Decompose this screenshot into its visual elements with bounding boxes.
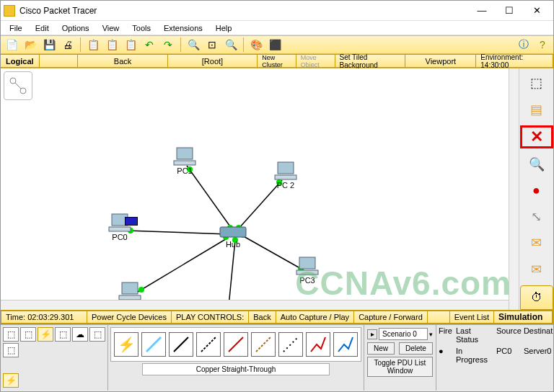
svg-line-39	[283, 337, 298, 352]
complex-pdu-icon[interactable]: ✉	[526, 259, 548, 280]
environment-label[interactable]: Environment: 14:30:00	[475, 54, 553, 68]
pdu-row[interactable]: ● In Progress PC0 Server0 ICMP	[436, 345, 554, 365]
auto-capture-button[interactable]: Auto Capture / Play	[276, 311, 354, 324]
play-back-button[interactable]: Back	[248, 311, 276, 324]
svg-rect-31	[220, 227, 246, 237]
event-list-button[interactable]: Event List	[449, 311, 494, 324]
zoom-in-icon[interactable]: 🔍	[185, 37, 201, 53]
svg-line-4	[187, 166, 232, 228]
palette-icon[interactable]: 🎨	[248, 37, 264, 53]
simulation-title: Simulation	[493, 311, 553, 324]
back-button[interactable]: Back	[77, 54, 167, 68]
device-cat-end-icon[interactable]: ⬚	[55, 327, 71, 342]
svg-line-38	[256, 337, 271, 352]
conn-console-icon[interactable]	[141, 332, 166, 357]
conn-phone-icon[interactable]	[251, 332, 276, 357]
svg-line-35	[174, 337, 188, 352]
scenario-nav-icon[interactable]: ▸	[367, 329, 377, 339]
wizard-icon[interactable]: 📋	[85, 37, 101, 53]
device-hub[interactable]: Hub	[219, 224, 247, 249]
status-bar: Time: 02:03:29.301 Power Cycle Devices P…	[1, 310, 553, 324]
inspect-tool-icon[interactable]: 🔍	[526, 154, 548, 174]
copy-icon[interactable]: 📋	[104, 37, 120, 53]
conn-coax-icon[interactable]	[278, 332, 303, 357]
root-button[interactable]: [Root]	[167, 54, 258, 68]
device-pc1[interactable]: PC1	[172, 146, 197, 175]
conn-straight-icon[interactable]	[169, 332, 193, 357]
zoom-out-icon[interactable]: 🔍	[223, 37, 239, 53]
redo-icon[interactable]: ↷	[160, 37, 176, 53]
open-icon[interactable]: 📂	[22, 37, 38, 53]
maximize-button[interactable]: ☐	[496, 3, 523, 19]
toggle-pdu-button[interactable]: Toggle PDU List Window	[367, 357, 433, 377]
draw-tool-icon[interactable]: ●	[526, 181, 548, 201]
menu-file[interactable]: File	[4, 22, 28, 34]
svg-rect-25	[278, 162, 294, 174]
time-label: Time: 02:03:29.301	[1, 311, 87, 324]
svg-point-0	[10, 78, 16, 84]
menu-tools[interactable]: Tools	[126, 22, 157, 34]
device-pc0[interactable]: PC0	[107, 213, 132, 241]
conn-auto-icon[interactable]: ⚡	[114, 332, 138, 357]
menu-help[interactable]: Help	[210, 22, 238, 34]
info-icon[interactable]: ⓘ	[516, 37, 532, 53]
device-category-panel: ⬚ ⬚ ⚡ ⬚ ☁ ⬚ ⬚ ⚡	[1, 325, 108, 391]
device-cat-custom-icon[interactable]: ⬚	[89, 327, 105, 342]
viewport-button[interactable]: Viewport	[405, 54, 476, 68]
conn-fiber-icon[interactable]	[224, 332, 248, 357]
logical-nav-icon[interactable]	[4, 71, 32, 100]
scenario-delete-button[interactable]: Delete	[399, 342, 433, 355]
svg-line-8	[138, 238, 228, 292]
scrollbar-vertical[interactable]	[509, 68, 519, 310]
app-icon	[4, 5, 15, 17]
simple-pdu-icon[interactable]: ✉	[526, 233, 548, 253]
main-toolbar: 📄 📂 💾 🖨 📋 📋 📋 ↶ ↷ 🔍 ⊡ 🔍 🎨 ⬛ ⓘ ?	[1, 35, 553, 54]
zoom-reset-icon[interactable]: ⊡	[204, 37, 220, 53]
device-cat-switch-icon[interactable]: ⬚	[20, 327, 36, 342]
device-label: PC 2	[273, 181, 298, 190]
menu-edit[interactable]: Edit	[30, 22, 55, 34]
delete-tool-icon[interactable]: ✕	[520, 125, 553, 148]
nav-icon[interactable]	[39, 54, 79, 68]
logical-tab[interactable]: Logical	[0, 54, 40, 68]
svg-line-37	[229, 337, 243, 352]
scenario-select[interactable]: Scenario 0	[379, 328, 428, 340]
resize-tool-icon[interactable]: ⤡	[526, 207, 548, 227]
help-icon[interactable]: ?	[535, 37, 550, 53]
note-tool-icon[interactable]: ▤	[526, 99, 548, 119]
save-icon[interactable]: 💾	[41, 37, 57, 53]
conn-cross-icon[interactable]	[196, 332, 221, 357]
new-icon[interactable]: 📄	[4, 37, 19, 53]
menu-extensions[interactable]: Extensions	[158, 22, 208, 34]
envelope-icon	[125, 217, 138, 226]
minimize-button[interactable]: —	[468, 3, 496, 19]
capture-forward-button[interactable]: Capture / Forward	[353, 311, 428, 324]
device-sub-icon[interactable]: ⚡	[3, 373, 19, 388]
conn-serial2-icon[interactable]	[333, 332, 358, 357]
power-cycle-button[interactable]: Power Cycle Devices	[87, 311, 172, 324]
device-cat-wan-icon[interactable]: ☁	[72, 327, 88, 342]
simulation-mode-tab[interactable]: ⏱	[520, 285, 553, 310]
paste-icon[interactable]: 📋	[123, 37, 138, 53]
tiled-bg-button[interactable]: Set Tiled Background	[335, 54, 406, 68]
device-cat-multi-icon[interactable]: ⬚	[3, 343, 19, 357]
menubar: File Edit Options View Tools Extensions …	[1, 21, 553, 35]
svg-rect-22	[109, 227, 131, 231]
move-object-button: Move Object	[296, 54, 335, 68]
scrollbar-horizontal[interactable]	[1, 300, 509, 310]
conn-serial-icon[interactable]	[306, 332, 330, 357]
device-cat-router-icon[interactable]: ⬚	[3, 327, 19, 342]
scenario-new-button[interactable]: New	[367, 342, 395, 355]
dialog-icon[interactable]: ⬛	[267, 37, 283, 53]
undo-icon[interactable]: ↶	[141, 37, 157, 53]
menu-options[interactable]: Options	[56, 22, 95, 34]
new-cluster-button[interactable]: New Cluster	[257, 54, 296, 68]
connection-panel: ⚡ Copper Straight-Through	[108, 325, 364, 391]
device-cat-connections-icon[interactable]: ⚡	[38, 327, 53, 342]
device-pc2[interactable]: PC 2	[273, 161, 298, 190]
print-icon[interactable]: 🖨	[60, 37, 76, 53]
select-tool-icon[interactable]: ⬚	[526, 73, 548, 93]
workspace-canvas[interactable]: PC0 PC1 PC 2 PC3 PC4 Hub Server0 CCNAv6.…	[1, 68, 519, 310]
menu-view[interactable]: View	[97, 22, 126, 34]
close-button[interactable]: ✕	[523, 3, 550, 19]
